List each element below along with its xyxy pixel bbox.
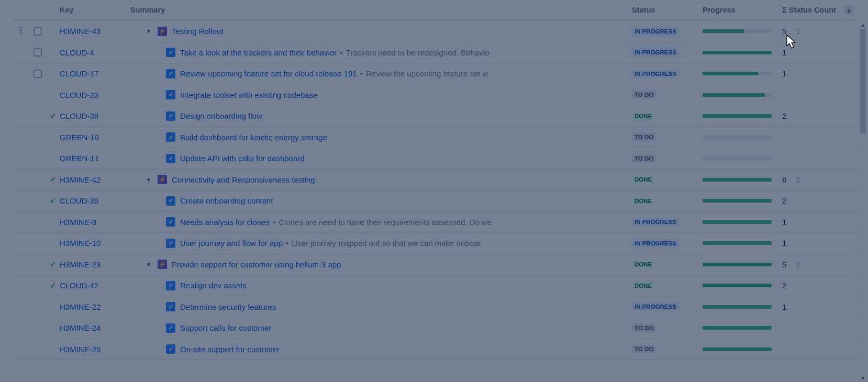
summary-link[interactable]: Needs analysis for clones [180, 218, 270, 227]
progress-bar[interactable] [703, 114, 772, 118]
table-row[interactable]: CLOUD-4Take a look at the trackers and t… [13, 42, 858, 64]
table-row[interactable]: ✔CLOUD-42Realign dev assetsDONE2 [13, 275, 858, 297]
progress-bar[interactable] [703, 156, 772, 160]
table-row[interactable]: GREEN-10Build dashboard for kinetic ener… [13, 127, 858, 149]
issue-key-link[interactable]: CLOUD-39 [60, 196, 98, 205]
drag-handle[interactable]: ⠿⠿ [13, 28, 29, 35]
summary-cell: ▼Testing Rollout [130, 27, 632, 36]
issue-key-link[interactable]: CLOUD-4 [60, 48, 94, 57]
summary-link[interactable]: Support calls for customer [180, 323, 271, 332]
progress-bar[interactable] [703, 241, 772, 245]
progress-bar[interactable] [703, 136, 772, 139]
issue-key-link[interactable]: H3MINE-8 [60, 218, 96, 227]
table-row[interactable]: CLOUD-23Integrate toolset with existing … [13, 85, 858, 106]
scroll-down-arrow-icon[interactable]: ▼ [859, 374, 867, 382]
table-row[interactable]: H3MINE-8Needs analysis for clones•Clones… [13, 212, 858, 233]
issue-key-link[interactable]: CLOUD-17 [60, 69, 98, 78]
status-lozenge[interactable]: TO DO [632, 133, 656, 141]
summary-link[interactable]: Build dashboard for kinetic energy stora… [180, 133, 327, 142]
summary-link[interactable]: Update API with calls for dashboard [180, 154, 305, 163]
issue-key-link[interactable]: H3MINE-43 [60, 27, 101, 36]
issue-key-link[interactable]: CLOUD-38 [60, 111, 98, 120]
progress-bar[interactable] [703, 199, 772, 203]
expand-toggle[interactable]: ▼ [144, 262, 153, 267]
progress-bar[interactable] [703, 284, 772, 287]
table-row[interactable]: ✔H3MINE-23▼Provide support for customer … [13, 254, 858, 276]
progress-bar[interactable] [703, 263, 772, 266]
select-row-checkbox[interactable] [34, 27, 42, 36]
progress-bar[interactable] [703, 51, 772, 54]
progress-bar[interactable] [703, 347, 772, 351]
issue-key-link[interactable]: H3MINE-42 [60, 175, 101, 184]
progress-bar[interactable] [703, 72, 772, 75]
table-row[interactable]: H3MINE-24Support calls for customerTO DO [13, 318, 858, 339]
table-row[interactable]: GREEN-11Update API with calls for dashbo… [13, 148, 858, 170]
summary-link[interactable]: On-site support for customer [180, 345, 280, 354]
column-header-key[interactable]: Key [60, 6, 130, 14]
progress-bar[interactable] [703, 93, 772, 97]
status-lozenge[interactable]: IN PROGRESS [632, 218, 679, 226]
status-lozenge[interactable]: IN PROGRESS [632, 48, 679, 57]
vertical-scrollbar[interactable]: ▲ ▼ [859, 20, 867, 382]
column-header-summary[interactable]: Summary [130, 6, 632, 14]
table-row[interactable]: H3MINE-10User journey and flow for app•U… [13, 233, 858, 254]
status-lozenge[interactable]: DONE [632, 175, 654, 184]
table-row[interactable]: ✔CLOUD-38Design onboarding flowDONE2 [13, 106, 858, 127]
summary-link[interactable]: Provide support for customer using heliu… [172, 260, 341, 269]
table-row[interactable]: ✔CLOUD-39Create onboarding contentDONE2 [13, 190, 858, 212]
status-lozenge[interactable]: IN PROGRESS [632, 27, 679, 36]
status-lozenge[interactable]: DONE [632, 282, 654, 290]
issue-key-link[interactable]: GREEN-11 [60, 154, 99, 163]
table-row[interactable]: H3MINE-25On-site support for customerTO … [13, 339, 858, 361]
column-header-status[interactable]: Status [632, 6, 703, 14]
column-header-progress[interactable]: Progress [703, 6, 782, 14]
summary-link[interactable]: Take a look at the trackers and their be… [180, 48, 337, 57]
issue-key-link[interactable]: H3MINE-23 [60, 260, 101, 269]
status-lozenge[interactable]: DONE [632, 260, 654, 268]
progress-bar[interactable] [703, 178, 772, 182]
task-icon [166, 217, 175, 227]
summary-link[interactable]: Connectivity and Responsiveness testing [172, 175, 315, 184]
status-lozenge[interactable]: TO DO [632, 91, 656, 99]
progress-bar[interactable] [703, 220, 772, 224]
status-lozenge[interactable]: TO DO [632, 324, 656, 332]
issue-key-link[interactable]: H3MINE-25 [60, 345, 101, 354]
status-lozenge[interactable]: DONE [632, 197, 654, 205]
status-lozenge[interactable]: TO DO [632, 154, 656, 163]
status-lozenge[interactable]: DONE [632, 112, 654, 120]
scrollbar-thumb[interactable] [860, 29, 866, 133]
issue-key-link[interactable]: H3MINE-24 [60, 323, 101, 332]
table-row[interactable]: ✔H3MINE-42▼Connectivity and Responsivene… [13, 170, 858, 191]
summary-link[interactable]: Design onboarding flow [180, 111, 262, 120]
summary-link[interactable]: Realign dev assets [180, 281, 247, 290]
issue-key-link[interactable]: GREEN-10 [60, 133, 99, 142]
select-row-checkbox[interactable] [34, 48, 42, 57]
expand-toggle[interactable]: ▼ [144, 177, 153, 183]
status-lozenge[interactable]: IN PROGRESS [632, 70, 679, 78]
summary-link[interactable]: User journey and flow for app [180, 239, 283, 248]
add-column-button[interactable]: ＋ [840, 5, 858, 15]
issue-key-link[interactable]: CLOUD-23 [60, 91, 98, 99]
expand-toggle[interactable]: ▼ [144, 28, 153, 34]
progress-bar[interactable] [703, 29, 772, 33]
summary-link[interactable]: Determine security features [180, 302, 276, 311]
issue-key-link[interactable]: H3MINE-22 [60, 302, 101, 311]
progress-bar[interactable] [703, 326, 772, 330]
issue-key-link[interactable]: H3MINE-10 [60, 239, 101, 248]
scroll-up-arrow-icon[interactable]: ▲ [859, 20, 867, 29]
table-row[interactable]: ⠿⠿H3MINE-43▼Testing RolloutIN PROGRESS51 [13, 21, 858, 42]
column-header-status-count[interactable]: Σ Status Count [782, 6, 840, 14]
summary-link[interactable]: Integrate toolset with existing codebase [180, 91, 318, 99]
summary-link[interactable]: Review upcoming feature set for cloud re… [180, 69, 357, 78]
row-checkbox-cell [29, 70, 46, 78]
select-row-checkbox[interactable] [34, 70, 42, 78]
table-row[interactable]: CLOUD-17Review upcoming feature set for … [13, 63, 858, 85]
status-lozenge[interactable]: TO DO [632, 345, 656, 353]
status-lozenge[interactable]: IN PROGRESS [632, 239, 679, 248]
issue-key-link[interactable]: CLOUD-42 [60, 281, 98, 290]
table-row[interactable]: H3MINE-22Determine security featuresIN P… [13, 297, 858, 318]
status-lozenge[interactable]: IN PROGRESS [632, 302, 679, 311]
summary-link[interactable]: Testing Rollout [172, 27, 223, 36]
progress-bar[interactable] [703, 305, 772, 309]
summary-link[interactable]: Create onboarding content [180, 196, 273, 205]
